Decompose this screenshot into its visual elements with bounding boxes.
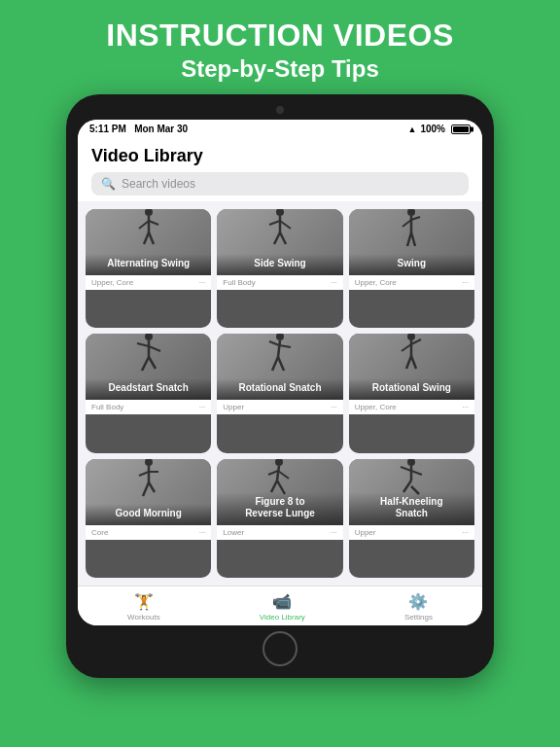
exercise-figure <box>134 334 163 378</box>
video-options[interactable]: ··· <box>199 528 206 537</box>
tablet-device: 5:11 PM Mon Mar 30 ▲ 100% Video Library … <box>66 94 494 678</box>
video-card[interactable]: Rotational SnatchUpper··· <box>217 334 342 452</box>
page-title: Video Library <box>91 146 469 166</box>
svg-line-33 <box>411 339 421 344</box>
svg-point-42 <box>275 459 283 466</box>
video-tags: Upper, Core <box>355 403 397 411</box>
svg-line-44 <box>268 471 278 475</box>
video-options[interactable]: ··· <box>199 403 206 411</box>
exercise-name: Swing <box>349 254 474 275</box>
exercise-figure <box>265 334 295 378</box>
video-card[interactable]: Good MorningCore··· <box>86 459 211 578</box>
svg-line-23 <box>149 357 156 369</box>
svg-line-5 <box>149 232 154 244</box>
video-options[interactable]: ··· <box>331 528 337 537</box>
svg-point-0 <box>145 209 153 216</box>
video-grid: Alternating SwingUpper, Core···Side Swin… <box>78 201 482 586</box>
svg-line-25 <box>278 340 280 357</box>
tab-workouts-label: Workouts <box>127 613 160 622</box>
svg-line-32 <box>402 344 411 351</box>
exercise-name: Figure 8 to Reverse Lunge <box>217 492 342 525</box>
tab-bar: 🏋Workouts📹Video Library⚙️Settings <box>78 586 482 625</box>
tab-settings[interactable]: ⚙️Settings <box>404 592 433 622</box>
svg-point-48 <box>407 459 415 466</box>
svg-point-12 <box>407 209 415 216</box>
wifi-icon: ▲ <box>408 124 417 134</box>
svg-line-26 <box>269 341 279 345</box>
svg-line-2 <box>139 221 149 229</box>
video-options[interactable]: ··· <box>331 278 337 287</box>
header: INSTRUCTION VIDEOS Step-by-Step Tips <box>0 0 560 94</box>
tab-video-library-icon: 📹 <box>272 592 292 611</box>
video-tags: Upper <box>223 403 244 411</box>
search-icon: 🔍 <box>101 177 116 191</box>
svg-line-10 <box>274 232 280 244</box>
svg-line-34 <box>406 356 411 369</box>
video-options[interactable]: ··· <box>331 403 337 411</box>
svg-line-35 <box>411 356 416 369</box>
search-placeholder-text: Search videos <box>122 177 195 191</box>
exercise-figure <box>397 334 426 378</box>
search-bar[interactable]: 🔍 Search videos <box>91 172 469 196</box>
video-options[interactable]: ··· <box>199 278 206 287</box>
svg-line-50 <box>401 467 411 471</box>
svg-line-41 <box>149 482 155 492</box>
svg-line-29 <box>278 357 284 371</box>
video-tags: Lower <box>223 528 244 537</box>
page-title-bar: Video Library 🔍 Search videos <box>78 138 482 201</box>
video-card[interactable]: Rotational SwingUpper, Core··· <box>349 334 474 452</box>
svg-line-28 <box>272 357 278 371</box>
video-card[interactable]: Side SwingFull Body··· <box>217 209 342 328</box>
tab-settings-label: Settings <box>404 613 433 622</box>
battery-icon <box>451 124 471 134</box>
video-options[interactable]: ··· <box>462 528 469 537</box>
tablet-camera <box>276 106 284 114</box>
video-card[interactable]: Alternating SwingUpper, Core··· <box>86 209 211 328</box>
video-card[interactable]: Half-Kneeling SnatchUpper··· <box>349 459 474 578</box>
svg-line-52 <box>403 480 411 492</box>
exercise-name: Rotational Snatch <box>217 378 342 400</box>
exercise-name: Side Swing <box>217 254 342 275</box>
video-card[interactable]: Figure 8 to Reverse LungeLower··· <box>217 459 342 578</box>
svg-line-46 <box>271 480 277 492</box>
video-options[interactable]: ··· <box>462 403 469 411</box>
svg-line-43 <box>277 466 279 480</box>
svg-point-6 <box>276 209 284 216</box>
svg-line-14 <box>402 220 411 227</box>
status-time: 5:11 PM Mon Mar 30 <box>89 124 188 134</box>
svg-line-38 <box>139 472 149 476</box>
svg-line-9 <box>280 221 291 229</box>
exercise-figure <box>397 209 426 254</box>
tab-workouts-icon: 🏋 <box>134 592 154 611</box>
svg-line-21 <box>149 346 160 351</box>
exercise-figure <box>134 459 163 504</box>
video-card[interactable]: SwingUpper, Core··· <box>349 209 474 328</box>
tab-video-library[interactable]: 📹Video Library <box>260 592 305 622</box>
svg-line-15 <box>411 217 420 220</box>
svg-line-40 <box>143 482 149 496</box>
video-tags: Core <box>91 528 108 537</box>
exercise-name: Alternating Swing <box>86 254 211 275</box>
status-bar: 5:11 PM Mon Mar 30 ▲ 100% <box>78 120 482 138</box>
exercise-name: Deadstart Snatch <box>86 378 211 400</box>
svg-line-11 <box>280 232 286 244</box>
video-tags: Upper, Core <box>355 278 397 287</box>
exercise-name: Half-Kneeling Snatch <box>349 492 474 525</box>
tab-workouts[interactable]: 🏋Workouts <box>127 592 160 622</box>
svg-line-51 <box>411 471 422 475</box>
home-button[interactable] <box>262 631 298 666</box>
svg-point-30 <box>407 334 415 340</box>
svg-point-36 <box>145 459 153 466</box>
svg-point-24 <box>276 334 284 340</box>
video-tags: Full Body <box>223 278 255 287</box>
exercise-name: Good Morning <box>86 504 211 525</box>
svg-line-45 <box>278 471 289 479</box>
svg-line-3 <box>149 221 158 225</box>
tab-settings-icon: ⚙️ <box>408 592 428 611</box>
video-options[interactable]: ··· <box>462 278 469 287</box>
exercise-figure <box>134 209 163 254</box>
video-card[interactable]: Deadstart SnatchFull Body··· <box>86 334 211 452</box>
svg-line-8 <box>269 221 280 225</box>
sub-title: Step-by-Step Tips <box>181 55 379 83</box>
status-right: ▲ 100% <box>408 124 472 134</box>
